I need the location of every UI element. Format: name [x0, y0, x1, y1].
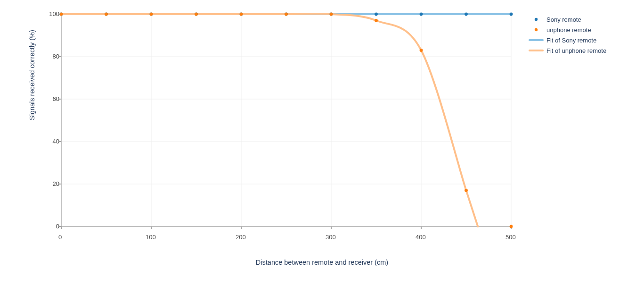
- y-tick-labels: 0 20 40 60 80 100: [42, 14, 59, 226]
- legend-item-unphone[interactable]: unphone remote: [528, 25, 606, 35]
- x-axis-title: Distance between remote and receiver (cm…: [0, 259, 644, 266]
- svg-point-50: [535, 28, 538, 31]
- y-tick-20: 20: [53, 180, 59, 187]
- x-tick-200: 200: [236, 234, 246, 241]
- legend-item-sony[interactable]: Sony remote: [528, 14, 606, 25]
- svg-point-46: [420, 49, 423, 52]
- y-tick-100: 100: [49, 10, 59, 17]
- x-tick-100: 100: [146, 234, 156, 241]
- x-tick-0: 0: [58, 234, 62, 241]
- svg-point-34: [375, 13, 378, 16]
- legend: Sony remote unphone remote Fit of Sony r…: [528, 14, 606, 56]
- legend-label-unphone-fit: Fit of unphone remote: [546, 47, 606, 54]
- legend-swatch-sony-fit: [528, 37, 545, 43]
- legend-item-sony-fit[interactable]: Fit of Sony remote: [528, 35, 606, 45]
- chart-container: Signals received correctly (%) Distance …: [0, 0, 644, 285]
- svg-point-49: [535, 18, 538, 21]
- svg-point-40: [150, 13, 153, 16]
- legend-swatch-unphone-fit: [528, 47, 545, 54]
- svg-point-43: [285, 13, 288, 16]
- svg-point-44: [330, 13, 333, 16]
- svg-point-37: [510, 13, 513, 16]
- legend-label-sony-fit: Fit of Sony remote: [546, 37, 596, 44]
- svg-point-41: [195, 13, 198, 16]
- svg-point-48: [510, 225, 513, 228]
- svg-point-45: [375, 19, 378, 22]
- y-axis-title: Signals received correctly (%): [28, 30, 36, 120]
- svg-point-36: [465, 13, 468, 16]
- svg-point-35: [420, 13, 423, 16]
- y-axis-label-text: Signals received correctly (%): [28, 30, 36, 120]
- svg-point-42: [240, 13, 243, 16]
- svg-point-38: [60, 13, 63, 16]
- y-tick-80: 80: [53, 53, 59, 60]
- legend-swatch-unphone: [528, 26, 545, 33]
- x-tick-300: 300: [326, 234, 336, 241]
- legend-label-sony: Sony remote: [546, 16, 581, 23]
- svg-point-47: [465, 189, 468, 192]
- y-tick-40: 40: [53, 138, 59, 145]
- plot-area[interactable]: [61, 14, 511, 226]
- legend-swatch-sony: [528, 16, 545, 23]
- svg-point-39: [105, 13, 108, 16]
- x-tick-labels: 0 100 200 300 400 500: [61, 234, 511, 243]
- legend-item-unphone-fit[interactable]: Fit of unphone remote: [528, 45, 606, 56]
- x-axis-label-text: Distance between remote and receiver (cm…: [256, 259, 388, 266]
- x-tick-400: 400: [416, 234, 426, 241]
- y-tick-60: 60: [53, 95, 59, 102]
- y-tick-0: 0: [56, 223, 59, 230]
- x-tick-500: 500: [505, 234, 516, 241]
- legend-label-unphone: unphone remote: [546, 26, 591, 34]
